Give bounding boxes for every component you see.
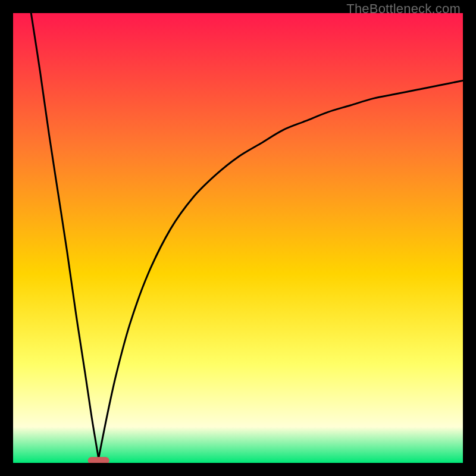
chart-svg (13, 13, 463, 463)
bottleneck-marker (88, 457, 109, 463)
gradient-background (13, 13, 463, 463)
chart-frame (13, 13, 463, 463)
watermark-text: TheBottleneck.com (346, 1, 461, 17)
